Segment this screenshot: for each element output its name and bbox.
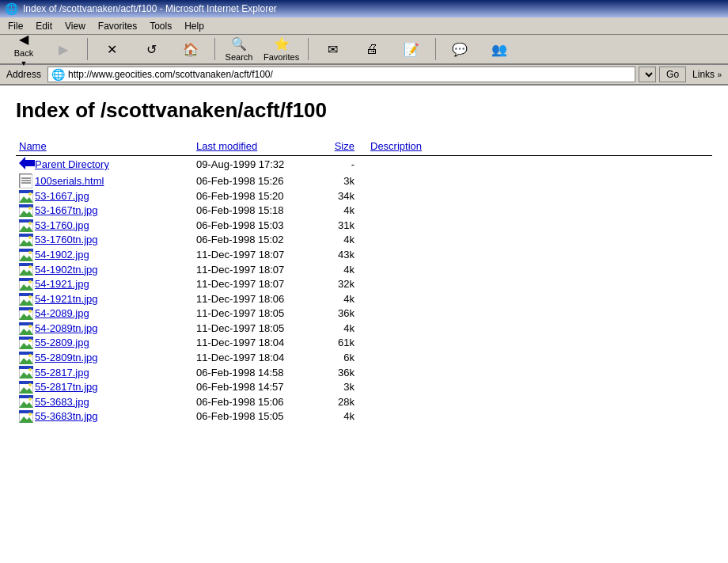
file-modified-cell: 11-Dec-1997 18:04 (193, 350, 320, 365)
file-link[interactable]: 54-2089tn.jpg (35, 322, 98, 334)
file-link[interactable]: 55-3683tn.jpg (35, 410, 98, 422)
file-modified-cell: 06-Feb-1998 15:05 (193, 409, 320, 424)
address-input[interactable] (68, 69, 631, 80)
file-icon-cell (16, 291, 35, 306)
page-icon: 🌐 (51, 68, 65, 81)
file-modified-cell: 11-Dec-1997 18:07 (193, 276, 320, 291)
file-modified-cell: 06-Feb-1998 14:57 (193, 379, 320, 394)
col-header-name: Name (16, 139, 193, 156)
file-icon-cell (16, 365, 35, 380)
file-size-cell: 3k (320, 379, 367, 394)
table-row: 55-3683.jpg06-Feb-1998 15:0628k (16, 394, 712, 409)
table-row: 55-2817tn.jpg06-Feb-1998 14:573k (16, 379, 712, 394)
file-link[interactable]: 53-1760.jpg (35, 219, 89, 231)
print-button[interactable]: 🖨 (353, 36, 391, 62)
toolbar: ◀ Back ▼ ▶ ✕ ↺ 🏠 🔍 Search ⭐ Favorites ✉ … (0, 35, 728, 65)
table-row: 55-2817.jpg06-Feb-1998 14:5836k (16, 365, 712, 380)
file-link[interactable]: 55-3683.jpg (35, 396, 89, 408)
img-file-icon (19, 204, 33, 217)
table-row: Parent Directory09-Aug-1999 17:32- (16, 156, 712, 173)
discuss-button[interactable]: 💬 (441, 36, 479, 62)
img-file-icon (19, 278, 33, 291)
description-sort-link[interactable]: Description (370, 140, 422, 152)
file-link[interactable]: 55-2809.jpg (35, 337, 89, 348)
size-sort-link[interactable]: Size (335, 140, 355, 152)
file-name-cell: 53-1760.jpg (35, 218, 193, 233)
file-link[interactable]: 53-1667.jpg (35, 190, 89, 202)
file-size-cell: 4k (320, 233, 367, 248)
menu-edit[interactable]: Edit (31, 19, 57, 33)
table-row: 55-2809.jpg11-Dec-1997 18:0461k (16, 336, 712, 351)
img-file-icon (19, 190, 33, 203)
file-modified-cell: 06-Feb-1998 15:18 (193, 204, 320, 219)
file-description-cell (367, 336, 712, 351)
mail-button[interactable]: ✉ (313, 36, 351, 62)
file-link[interactable]: 54-2089.jpg (35, 307, 89, 319)
img-file-icon (19, 293, 33, 306)
file-modified-cell: 06-Feb-1998 15:03 (193, 218, 320, 233)
file-size-cell: 4k (320, 204, 367, 219)
search-button[interactable]: 🔍 Search (220, 36, 258, 62)
svg-rect-42 (19, 322, 33, 325)
svg-rect-38 (19, 307, 33, 310)
file-icon-cell (16, 233, 35, 248)
file-link[interactable]: 54-1921tn.jpg (35, 293, 98, 305)
file-description-cell (367, 394, 712, 409)
messenger-button[interactable]: 👥 (480, 36, 518, 62)
file-link[interactable]: 54-1921.jpg (35, 278, 89, 290)
file-link[interactable]: 100serials.html (35, 175, 104, 187)
table-row: 100serials.html06-Feb-1998 15:263k (16, 173, 712, 188)
file-icon-cell (16, 276, 35, 291)
svg-rect-6 (19, 190, 33, 193)
file-size-cell: 36k (320, 365, 367, 380)
links-dropdown-icon: » (717, 70, 722, 79)
img-file-icon (19, 234, 33, 246)
svg-rect-34 (19, 293, 33, 296)
file-link[interactable]: 54-1902tn.jpg (35, 264, 98, 276)
file-link[interactable]: 53-1760tn.jpg (35, 234, 98, 245)
file-link[interactable]: 53-1667tn.jpg (35, 204, 98, 216)
img-file-icon (19, 410, 33, 423)
star-icon: ⭐ (274, 36, 290, 51)
file-modified-cell: 11-Dec-1997 18:05 (193, 321, 320, 336)
file-name-cell: 54-1902tn.jpg (35, 262, 193, 277)
modified-sort-link[interactable]: Last modified (196, 140, 257, 152)
file-link[interactable]: 55-2817tn.jpg (35, 381, 98, 393)
links-button[interactable]: Links » (689, 68, 725, 81)
table-row: 53-1667tn.jpg06-Feb-1998 15:184k (16, 204, 712, 219)
file-icon-cell (16, 306, 35, 321)
go-button[interactable]: Go (659, 67, 686, 82)
file-size-cell: 28k (320, 394, 367, 409)
file-size-cell: 31k (320, 218, 367, 233)
menu-view[interactable]: View (60, 19, 90, 33)
messenger-icon: 👥 (491, 42, 507, 57)
menu-favorites[interactable]: Favorites (93, 19, 142, 33)
name-sort-link[interactable]: Name (19, 140, 47, 152)
search-icon: 🔍 (231, 36, 247, 51)
home-button[interactable]: 🏠 (172, 36, 210, 62)
stop-button[interactable]: ✕ (93, 36, 131, 62)
file-description-cell (367, 291, 712, 306)
svg-rect-14 (19, 219, 33, 223)
file-link[interactable]: 55-2817.jpg (35, 367, 89, 379)
file-link[interactable]: 55-2809tn.jpg (35, 352, 98, 363)
svg-rect-30 (19, 278, 33, 281)
file-link[interactable]: 54-1902.jpg (35, 249, 89, 261)
address-dropdown[interactable] (639, 67, 656, 82)
forward-button[interactable]: ▶ (44, 36, 82, 62)
table-row: 55-3683tn.jpg06-Feb-1998 15:054k (16, 409, 712, 424)
home-icon: 🏠 (183, 42, 199, 57)
file-description-cell (367, 409, 712, 424)
svg-point-36 (28, 295, 32, 299)
menu-help[interactable]: Help (180, 19, 209, 33)
menu-tools[interactable]: Tools (145, 19, 176, 33)
back-button[interactable]: ◀ Back ▼ (5, 36, 43, 62)
img-file-icon (19, 322, 33, 335)
edit-button[interactable]: 📝 (392, 36, 430, 62)
svg-point-40 (28, 310, 32, 313)
img-file-icon (19, 352, 33, 364)
img-file-icon (19, 381, 33, 394)
favorites-button[interactable]: ⭐ Favorites (260, 36, 303, 62)
refresh-button[interactable]: ↺ (132, 36, 170, 62)
file-link[interactable]: Parent Directory (35, 158, 109, 170)
